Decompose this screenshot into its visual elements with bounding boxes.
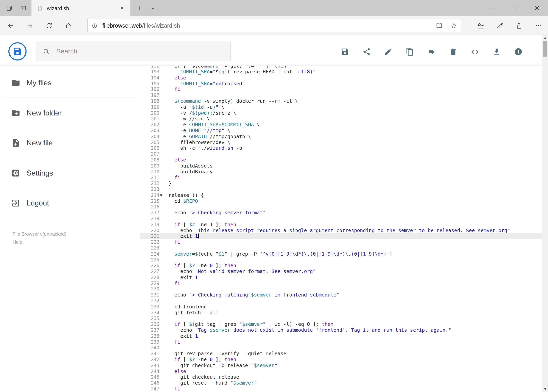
code-line[interactable]: 225 — [140, 257, 542, 263]
line-number[interactable]: 198 — [140, 98, 162, 104]
line-number[interactable]: 237 — [140, 327, 162, 333]
line-number[interactable]: 246 — [140, 380, 162, 386]
line-number[interactable]: 227 — [140, 268, 162, 274]
minimize-button[interactable] — [480, 0, 503, 16]
line-number[interactable]: 201 — [140, 116, 162, 122]
copy-button[interactable] — [405, 47, 414, 56]
share-page-button[interactable] — [510, 16, 529, 35]
line-number[interactable]: 214 — [140, 192, 162, 198]
code-editor[interactable]: 192 if [ "$(command -v git)" != "" ]; th… — [140, 66, 542, 392]
code-line[interactable]: 238 exit 1 — [140, 333, 542, 339]
more-options-button[interactable] — [529, 16, 548, 35]
line-number[interactable]: 225 — [140, 257, 162, 263]
line-number[interactable]: 243 — [140, 363, 162, 368]
code-line[interactable]: 243 git checkout -b release "$semver" — [140, 363, 542, 368]
line-number[interactable]: 222 — [140, 239, 162, 245]
line-number[interactable]: 228 — [140, 274, 162, 280]
line-number[interactable]: 220 — [140, 227, 162, 233]
code-line[interactable]: 194 else — [140, 75, 542, 81]
code-line[interactable]: 207 — [140, 151, 542, 157]
site-info-button[interactable] — [88, 19, 101, 32]
code-line[interactable]: 203 -e HOME="//tmp" \ — [140, 128, 542, 133]
code-line[interactable]: 226 if [ $? -ne 0 ]; then — [140, 263, 542, 268]
code-line[interactable]: 206 sh -c "./wizard.sh -b" — [140, 145, 542, 151]
save-button[interactable] — [340, 47, 349, 56]
code-line[interactable]: 196 fi — [140, 86, 542, 92]
line-number[interactable]: 218 — [140, 216, 162, 222]
delete-button[interactable] — [449, 47, 458, 56]
tab-close-button[interactable] — [117, 3, 127, 13]
line-number[interactable]: 219 — [140, 222, 162, 227]
page-scrollbar[interactable] — [542, 35, 548, 392]
line-number[interactable]: 212 — [140, 181, 162, 186]
sidebar-item-my-files[interactable]: My files — [3, 68, 137, 98]
line-number[interactable]: 213 — [140, 186, 162, 192]
code-line[interactable]: 227 echo "Not valid semver format. See s… — [140, 268, 542, 274]
code-line[interactable]: 234 git fetch --all — [140, 310, 542, 315]
line-number[interactable]: 202 — [140, 122, 162, 128]
sidebar-item-logout[interactable]: Logout — [3, 188, 137, 218]
url-text[interactable]: filebrowser.web/files/wizard.sh — [102, 22, 432, 29]
code-line[interactable]: 211 fi — [140, 175, 542, 181]
search-input[interactable] — [55, 47, 224, 56]
share-button[interactable] — [362, 47, 371, 56]
line-number[interactable]: 195 — [140, 81, 162, 86]
info-button[interactable] — [514, 47, 523, 56]
code-line[interactable]: 221 exit 1 — [140, 233, 542, 239]
code-line[interactable]: 210 buildBinary — [140, 169, 542, 175]
line-number[interactable]: 235 — [140, 315, 162, 321]
line-number[interactable]: 209 — [140, 163, 162, 169]
code-line[interactable]: 236 if [ $(git tag | grep "$semver" | wc… — [140, 321, 542, 327]
line-number[interactable]: 236 — [140, 321, 162, 327]
code-line[interactable]: 193 COMMIT_SHA="$(git rev-parse HEAD | c… — [140, 69, 542, 75]
new-tab-button[interactable] — [133, 2, 146, 14]
line-number[interactable]: 210 — [140, 169, 162, 175]
maximize-button[interactable] — [503, 0, 525, 16]
line-number[interactable]: 200 — [140, 110, 162, 116]
line-number[interactable]: 234 — [140, 310, 162, 315]
code-line[interactable]: 217 echo "> Checking semver format" — [140, 210, 542, 216]
code-line[interactable]: 216 — [140, 204, 542, 210]
code-line[interactable]: 244 else — [140, 368, 542, 374]
line-number[interactable]: 194 — [140, 75, 162, 81]
sidebar-item-new-file[interactable]: New file — [3, 128, 137, 158]
line-number[interactable]: 204 — [140, 133, 162, 139]
hub-favorites-button[interactable] — [471, 16, 490, 35]
close-window-button[interactable] — [525, 0, 548, 16]
line-number[interactable]: 211 — [140, 175, 162, 181]
back-button[interactable] — [3, 18, 18, 33]
line-number[interactable]: 223 — [140, 245, 162, 251]
code-line[interactable]: 218 — [140, 216, 542, 222]
code-line[interactable]: 228 exit 1 — [140, 274, 542, 280]
code-line[interactable]: 199 -u "$(id -u)" \ — [140, 104, 542, 110]
line-number[interactable]: 233 — [140, 304, 162, 310]
code-line[interactable]: 202 -e COMMIT_SHA=$COMMIT_SHA \ — [140, 122, 542, 128]
code-line[interactable]: 214release () { — [140, 192, 542, 198]
raw-code-button[interactable] — [470, 47, 479, 56]
code-line[interactable]: 237 echo "Tag $semver does not exist in … — [140, 327, 542, 333]
code-line[interactable]: 198 $(command -v winpty) docker run --rm… — [140, 98, 542, 104]
tab-list-button[interactable] — [146, 2, 159, 14]
filebrowser-logo[interactable] — [8, 42, 27, 61]
code-line[interactable]: 195 COMMIT_SHA="untracked" — [140, 81, 542, 86]
line-number[interactable]: 244 — [140, 368, 162, 374]
line-number[interactable]: 221 — [140, 233, 162, 239]
line-number[interactable]: 197 — [140, 92, 162, 98]
reading-view-button[interactable] — [432, 19, 446, 32]
line-number[interactable]: 205 — [140, 139, 162, 145]
search-bar[interactable] — [36, 42, 231, 61]
line-number[interactable]: 247 — [140, 386, 162, 392]
help-link[interactable]: Help — [13, 239, 140, 246]
code-line[interactable]: 208 else — [140, 157, 542, 163]
browser-tab[interactable]: wizard.sh — [32, 0, 131, 16]
code-line[interactable]: 230 — [140, 286, 542, 292]
show-set-aside-tabs-button[interactable] — [4, 3, 15, 14]
line-number[interactable]: 231 — [140, 292, 162, 298]
line-number[interactable]: 230 — [140, 286, 162, 292]
line-number[interactable]: 203 — [140, 128, 162, 133]
code-line[interactable]: 247 fi — [140, 386, 542, 392]
code-line[interactable]: 215 cd $REPO — [140, 198, 542, 204]
code-line[interactable]: 240 — [140, 345, 542, 351]
code-line[interactable]: 245 git checkout release — [140, 374, 542, 380]
code-line[interactable]: 232 — [140, 298, 542, 304]
